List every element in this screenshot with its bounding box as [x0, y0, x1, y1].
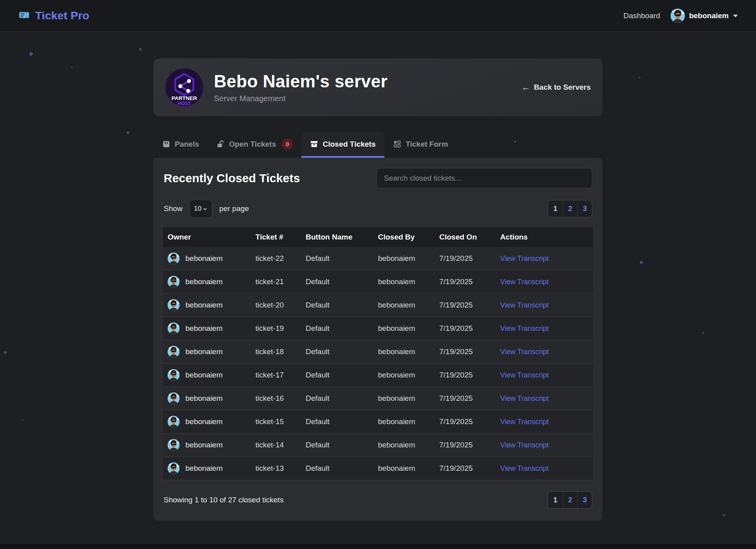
ticket-number: ticket-22	[251, 247, 301, 270]
user-menu[interactable]: bebonaiem	[671, 9, 738, 23]
background-dot	[22, 419, 24, 421]
page-button-3[interactable]: 3	[577, 492, 592, 508]
closed-on: 7/19/2025	[435, 340, 495, 364]
arrow-left-icon: ←	[522, 83, 530, 92]
closed-by: bebonaiem	[373, 340, 435, 364]
ticket-number: ticket-19	[251, 317, 301, 340]
table-row: bebonaiemticket-13Defaultbebonaiem7/19/2…	[163, 457, 593, 480]
view-transcript-link[interactable]: View Transcript	[500, 441, 549, 449]
page-button-3[interactable]: 3	[577, 200, 592, 217]
ticket-number: ticket-20	[251, 294, 301, 317]
owner-avatar	[168, 323, 180, 334]
button-name: Default	[301, 317, 373, 340]
background-dot	[4, 351, 7, 354]
tabs: PanelsOpen Tickets0Closed TicketsTicket …	[153, 132, 603, 158]
page-button-1[interactable]: 1	[548, 492, 563, 508]
column-header-actions: Actions	[495, 227, 593, 247]
owner-name: bebonaiem	[185, 277, 223, 286]
table-row: bebonaiemticket-21Defaultbebonaiem7/19/2…	[163, 270, 593, 294]
background-dot	[640, 261, 643, 264]
pagination-bottom: 123	[548, 491, 592, 509]
closed-tickets-table: OwnerTicket #Button NameClosed ByClosed …	[163, 227, 593, 480]
button-name: Default	[301, 247, 373, 270]
app-title: Ticket Pro	[35, 9, 89, 22]
back-to-servers-label: Back to Servers	[534, 83, 591, 92]
chevron-down-icon	[202, 206, 208, 211]
view-transcript-link[interactable]: View Transcript	[500, 324, 549, 332]
view-transcript-link[interactable]: View Transcript	[500, 278, 549, 286]
tab-label: Ticket Form	[406, 140, 448, 149]
server-avatar-badge-line1: PARTNER	[172, 95, 197, 101]
owner-name: bebonaiem	[185, 254, 223, 263]
per-page-select[interactable]: 10	[189, 200, 213, 218]
closed-on: 7/19/2025	[435, 270, 495, 294]
table-row: bebonaiemticket-15Defaultbebonaiem7/19/2…	[163, 410, 593, 434]
server-avatar: PARTNER HOST	[165, 68, 203, 106]
owner-name: bebonaiem	[185, 417, 223, 426]
table-row: bebonaiemticket-22Defaultbebonaiem7/19/2…	[163, 247, 593, 270]
closed-by: bebonaiem	[373, 294, 435, 317]
pagination-top: 123	[548, 200, 592, 217]
closed-on: 7/19/2025	[435, 294, 495, 317]
owner-avatar	[168, 369, 180, 381]
background-dot	[139, 48, 142, 51]
view-transcript-link[interactable]: View Transcript	[500, 394, 549, 402]
tab-ticket-form[interactable]: Ticket Form	[384, 132, 457, 158]
ticket-number: ticket-17	[251, 364, 301, 387]
closed-on: 7/19/2025	[435, 434, 495, 457]
view-transcript-link[interactable]: View Transcript	[500, 371, 549, 379]
app-logo[interactable]: Ticket Pro	[18, 9, 89, 23]
closed-on: 7/19/2025	[435, 364, 495, 387]
closed-by: bebonaiem	[373, 387, 435, 410]
closed-by: bebonaiem	[373, 364, 435, 387]
closed-on: 7/19/2025	[435, 317, 495, 340]
closed-by: bebonaiem	[373, 247, 435, 270]
search-input[interactable]	[376, 168, 592, 189]
section-title: Recently Closed Tickets	[164, 172, 300, 185]
button-name: Default	[301, 457, 373, 480]
view-transcript-link[interactable]: View Transcript	[500, 418, 549, 426]
page-button-2[interactable]: 2	[563, 492, 577, 508]
table-header-row: OwnerTicket #Button NameClosed ByClosed …	[163, 227, 593, 247]
open-tickets-count-badge: 0	[282, 139, 293, 149]
column-header-closed-on: Closed On	[435, 227, 495, 247]
view-transcript-link[interactable]: View Transcript	[500, 255, 549, 262]
column-header-owner: Owner	[163, 227, 251, 247]
owner-avatar	[168, 253, 180, 264]
owner-avatar	[168, 439, 180, 451]
back-to-servers-link[interactable]: ← Back to Servers	[522, 83, 591, 92]
view-transcript-link[interactable]: View Transcript	[500, 348, 549, 356]
view-transcript-link[interactable]: View Transcript	[500, 464, 549, 472]
table-row: bebonaiemticket-19Defaultbebonaiem7/19/2…	[163, 317, 593, 340]
closed-by: bebonaiem	[373, 434, 435, 457]
panels-icon	[162, 140, 170, 148]
results-summary: Showing 1 to 10 of 27 closed tickets	[164, 496, 284, 504]
ticket-number: ticket-15	[251, 410, 301, 434]
table-row: bebonaiemticket-17Defaultbebonaiem7/19/2…	[163, 364, 593, 387]
ticket-icon	[18, 9, 30, 23]
button-name: Default	[301, 364, 373, 387]
closed-on: 7/19/2025	[435, 410, 495, 434]
table-row: bebonaiemticket-14Defaultbebonaiem7/19/2…	[163, 434, 593, 457]
owner-avatar	[168, 462, 180, 474]
closed-on: 7/19/2025	[435, 387, 495, 410]
tab-closed-tickets[interactable]: Closed Tickets	[301, 132, 384, 158]
table-body: bebonaiemticket-22Defaultbebonaiem7/19/2…	[163, 247, 593, 480]
bottom-strip	[0, 544, 756, 549]
ticket-number: ticket-18	[251, 340, 301, 364]
tab-label: Closed Tickets	[323, 140, 376, 149]
button-name: Default	[301, 340, 373, 364]
closed-by: bebonaiem	[373, 270, 435, 294]
tab-label: Panels	[175, 140, 199, 149]
page-button-2[interactable]: 2	[563, 200, 577, 217]
button-name: Default	[301, 434, 373, 457]
owner-name: bebonaiem	[185, 441, 223, 449]
page-button-1[interactable]: 1	[548, 200, 563, 217]
tab-panels[interactable]: Panels	[153, 132, 208, 158]
background-dot	[702, 332, 704, 334]
view-transcript-link[interactable]: View Transcript	[500, 301, 549, 309]
dashboard-link[interactable]: Dashboard	[624, 11, 660, 20]
tab-open-tickets[interactable]: Open Tickets0	[208, 132, 301, 158]
owner-avatar	[168, 346, 180, 358]
owner-name: bebonaiem	[185, 371, 223, 379]
